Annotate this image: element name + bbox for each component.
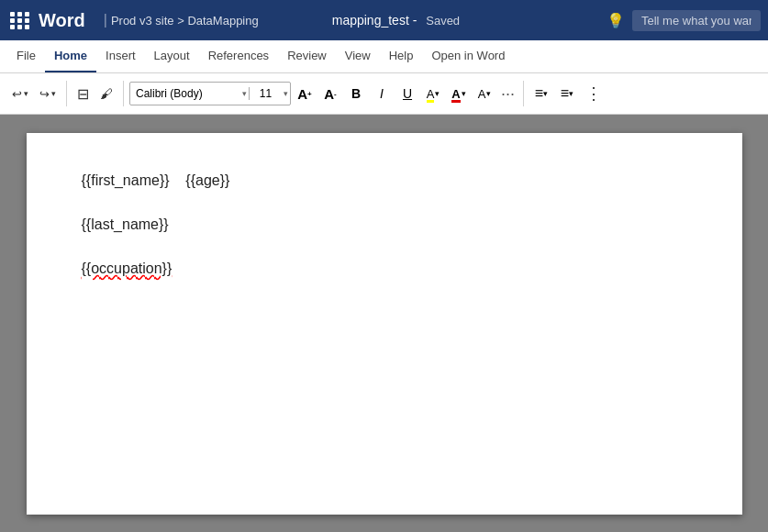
tab-open-in-word[interactable]: Open in Word [422, 40, 514, 72]
titlebar-right: 💡 [607, 10, 761, 31]
highlight-arrow[interactable]: ▾ [435, 89, 440, 98]
font-color-icon: A [451, 87, 460, 101]
ribbon: File Home Insert Layout References Revie… [0, 40, 768, 115]
para-occupation: {{occupation}} [82, 258, 687, 280]
breadcrumb: Prod v3 site > DataMapping [111, 14, 259, 28]
font-size-input[interactable] [249, 87, 282, 100]
highlight-button[interactable]: A ▾ [421, 82, 445, 105]
italic-button[interactable]: I [370, 82, 394, 105]
para-last-name: {{last_name}} [82, 214, 687, 236]
tab-references[interactable]: References [199, 40, 278, 72]
document-page[interactable]: {{first_name}} {{age}} {{last_name}} {{o… [27, 133, 742, 515]
list-buttons: ≡▾ ≡▾ [529, 82, 579, 105]
toolbar-sep-3 [523, 81, 524, 106]
document-area: {{first_name}} {{age}} {{last_name}} {{o… [0, 115, 768, 532]
format-painter-button[interactable]: 🖌 [95, 83, 117, 104]
text-effects-arrow[interactable]: ▾ [486, 89, 491, 98]
tab-view[interactable]: View [336, 40, 380, 72]
more-list-button[interactable]: ⋮ [581, 81, 607, 106]
numbered-list-button[interactable]: ≡▾ [555, 82, 579, 105]
breadcrumb-sep: | [104, 12, 107, 28]
toolbar-sep-2 [123, 81, 124, 106]
font-selector: ▾ ▾ [129, 82, 291, 105]
tab-home[interactable]: Home [45, 40, 96, 72]
underline-button[interactable]: U [395, 82, 419, 105]
tab-help[interactable]: Help [380, 40, 423, 72]
increase-font-button[interactable]: A+ [293, 82, 317, 105]
apps-icon[interactable] [7, 7, 33, 33]
field-age: {{age}} [185, 172, 229, 188]
app-name: Word [39, 10, 85, 31]
titlebar: Word | Prod v3 site > DataMapping mappin… [0, 0, 768, 40]
undo-button[interactable]: ↩▾ [7, 84, 33, 104]
tab-layout[interactable]: Layout [145, 40, 199, 72]
filename: mapping_test - Saved [332, 13, 460, 28]
redo-button[interactable]: ↪▾ [35, 84, 61, 104]
toolbar-sep-1 [66, 81, 67, 106]
bold-button[interactable]: B [344, 82, 368, 105]
font-name-arrow[interactable]: ▾ [240, 89, 249, 98]
field-first-name: {{first_name}} [82, 172, 170, 188]
document-content: {{first_name}} {{age}} {{last_name}} {{o… [82, 170, 687, 280]
font-name-input[interactable] [130, 87, 240, 100]
tell-me-input[interactable] [632, 10, 761, 31]
breadcrumb-section[interactable]: DataMapping [187, 14, 258, 28]
bullet-list-button[interactable]: ≡▾ [529, 82, 553, 105]
tab-file[interactable]: File [7, 40, 45, 72]
highlight-icon: A [427, 87, 435, 101]
field-last-name: {{last_name}} [82, 216, 169, 232]
ribbon-toolbar: ↩▾ ↪▾ ⊟ 🖌 ▾ ▾ A+ A- B I U A ▾ [0, 73, 768, 114]
breadcrumb-arrow: > [177, 14, 187, 28]
font-color-arrow[interactable]: ▾ [462, 89, 466, 98]
tab-review[interactable]: Review [278, 40, 336, 72]
text-effects-button[interactable]: A ▾ [473, 82, 496, 105]
decrease-font-button[interactable]: A- [318, 82, 342, 105]
lightbulb-icon: 💡 [607, 12, 625, 29]
more-toolbar-button[interactable]: ··· [498, 84, 518, 104]
filename-text: mapping_test [332, 13, 409, 28]
text-effects-icon: A [478, 87, 486, 101]
ribbon-tabs: File Home Insert Layout References Revie… [0, 40, 768, 73]
filename-dash: - [413, 13, 417, 28]
field-occupation: {{occupation}} [82, 260, 173, 276]
tab-insert[interactable]: Insert [96, 40, 145, 72]
para-first-name-age: {{first_name}} {{age}} [82, 170, 687, 192]
saved-status: Saved [426, 14, 460, 28]
font-size-arrow[interactable]: ▾ [282, 89, 290, 98]
paste-button[interactable]: ⊟ [72, 83, 94, 105]
breadcrumb-site[interactable]: Prod v3 site [111, 14, 174, 28]
font-color-button[interactable]: A ▾ [447, 82, 471, 105]
